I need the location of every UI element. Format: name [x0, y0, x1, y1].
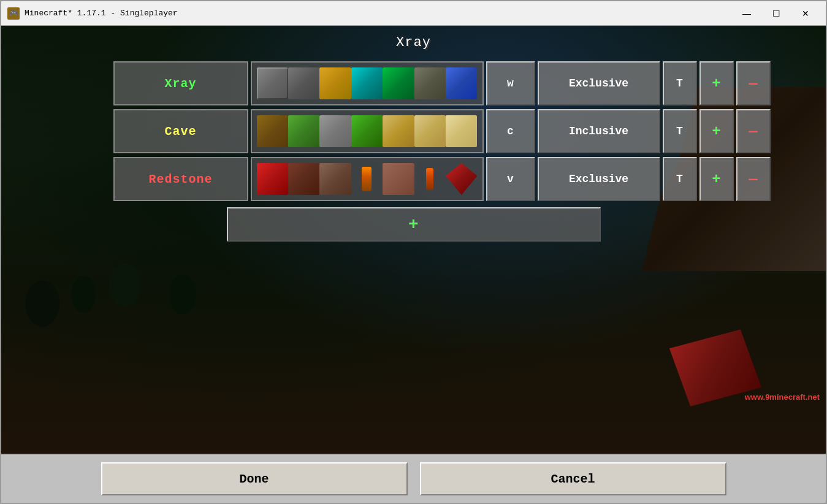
dialog-title: Xray [396, 35, 431, 50]
app-icon: 🎮 [7, 7, 20, 20]
redstone-t-button[interactable]: T [663, 157, 697, 201]
window: 🎮 Minecraft* 1.17.1 - Singleplayer — ☐ ✕… [0, 0, 827, 504]
gravel-block-icon [319, 115, 351, 147]
redstone-circuit-icon [319, 163, 351, 195]
bottom-bar: Done Cancel [1, 454, 826, 503]
coal-ore-icon [288, 67, 319, 99]
redstone-key-button[interactable]: v [486, 157, 535, 201]
redstone-ore-icon [414, 67, 446, 99]
add-filter-row-button[interactable]: + [227, 207, 601, 242]
nether-brick-icon [288, 163, 319, 195]
diamond-ore-icon [351, 67, 383, 99]
cancel-button[interactable]: Cancel [420, 462, 726, 495]
torch2-icon [414, 163, 446, 195]
watermark-text: www.9minecraft.net [745, 392, 820, 402]
window-controls: — ☐ ✕ [733, 4, 820, 23]
redstone-minus-button[interactable]: — [736, 157, 771, 201]
redstone-gem-icon [446, 163, 477, 195]
game-area: Xray Xray w [1, 26, 826, 454]
piston-icon [383, 163, 414, 195]
cave-blocks [251, 109, 484, 153]
xray-name-label[interactable]: Xray [113, 61, 248, 105]
cave-t-button[interactable]: T [663, 109, 697, 153]
cave-minus-button[interactable]: — [736, 109, 771, 153]
cave-mode-button[interactable]: Inclusive [538, 109, 660, 153]
done-button[interactable]: Done [101, 462, 408, 495]
xray-key-button[interactable]: w [486, 61, 535, 105]
redstone-blocks [251, 157, 484, 201]
torch1-icon [351, 163, 383, 195]
filter-rows-container: Xray w Exclusive T + [113, 61, 714, 201]
xray-blocks [251, 61, 484, 105]
tall-grass-icon [351, 115, 383, 147]
title-bar: 🎮 Minecraft* 1.17.1 - Singleplayer — ☐ ✕ [1, 1, 826, 26]
redstone-block-icon [257, 163, 288, 195]
xray-minus-button[interactable]: — [736, 61, 771, 105]
sandstone2-block-icon [446, 115, 477, 147]
sand-block-icon [383, 115, 414, 147]
maximize-button[interactable]: ☐ [762, 4, 790, 23]
grass-icon [288, 115, 319, 147]
cave-name-label[interactable]: Cave [113, 109, 248, 153]
xray-row: Xray w Exclusive T + [113, 61, 714, 105]
emerald-ore-icon [383, 67, 414, 99]
stone-block-icon [257, 67, 288, 99]
xray-t-button[interactable]: T [663, 61, 697, 105]
redstone-mode-button[interactable]: Exclusive [538, 157, 660, 201]
cave-row: Cave c Inclusive T + [113, 109, 714, 153]
xray-plus-button[interactable]: + [699, 61, 734, 105]
minimize-button[interactable]: — [733, 4, 761, 23]
cave-key-button[interactable]: c [486, 109, 535, 153]
cave-plus-button[interactable]: + [699, 109, 734, 153]
redstone-row: Redstone [113, 157, 714, 201]
lapis-ore-icon [446, 67, 477, 99]
redstone-name-label[interactable]: Redstone [113, 157, 248, 201]
window-title: Minecraft* 1.17.1 - Singleplayer [25, 9, 733, 18]
gold-ore-icon [319, 67, 351, 99]
redstone-plus-button[interactable]: + [699, 157, 734, 201]
dirt-block-icon [257, 115, 288, 147]
xray-mode-button[interactable]: Exclusive [538, 61, 660, 105]
sandstone-block-icon [414, 115, 446, 147]
close-button[interactable]: ✕ [791, 4, 820, 23]
